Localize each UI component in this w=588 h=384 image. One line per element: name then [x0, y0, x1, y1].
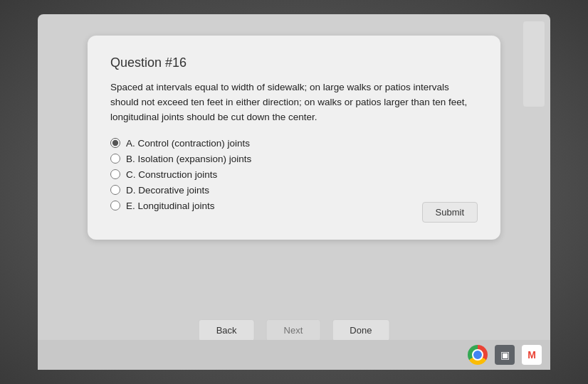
radio-d[interactable]	[110, 185, 120, 195]
submit-button[interactable]: Submit	[422, 202, 478, 223]
question-number: Question #16	[110, 55, 478, 70]
option-a[interactable]: A. Control (contraction) joints	[110, 138, 478, 149]
back-button[interactable]: Back	[199, 319, 255, 341]
radio-e[interactable]	[110, 201, 120, 210]
radio-a[interactable]	[110, 138, 120, 148]
option-a-label: A. Control (contraction) joints	[126, 138, 250, 149]
quiz-card: Question #16 Spaced at intervals equal t…	[88, 36, 500, 240]
gmail-icon[interactable]: M	[522, 345, 542, 365]
option-d-label: D. Decorative joints	[126, 185, 209, 196]
radio-b[interactable]	[110, 154, 120, 164]
next-button[interactable]: Next	[266, 319, 321, 341]
option-b-label: B. Isolation (expansion) joints	[126, 154, 251, 164]
screen-container: Question #16 Spaced at intervals equal t…	[0, 0, 588, 384]
side-panel	[523, 21, 545, 107]
option-d[interactable]: D. Decorative joints	[110, 185, 478, 196]
bottom-nav: Back Next Done	[199, 319, 390, 341]
radio-c[interactable]	[110, 169, 120, 179]
laptop-screen: Question #16 Spaced at intervals equal t…	[38, 14, 550, 370]
chrome-icon[interactable]	[468, 345, 488, 365]
question-text: Spaced at intervals equal to width of si…	[110, 80, 478, 125]
option-e-label: E. Longitudinal joints	[126, 201, 215, 211]
options-list: A. Control (contraction) joints B. Isola…	[110, 138, 478, 211]
taskbar: ▣ M	[38, 340, 550, 370]
option-c-label: C. Construction joints	[126, 169, 217, 180]
done-button[interactable]: Done	[332, 319, 389, 341]
option-c[interactable]: C. Construction joints	[110, 169, 478, 180]
option-b[interactable]: B. Isolation (expansion) joints	[110, 154, 478, 164]
files-icon[interactable]: ▣	[495, 345, 515, 365]
